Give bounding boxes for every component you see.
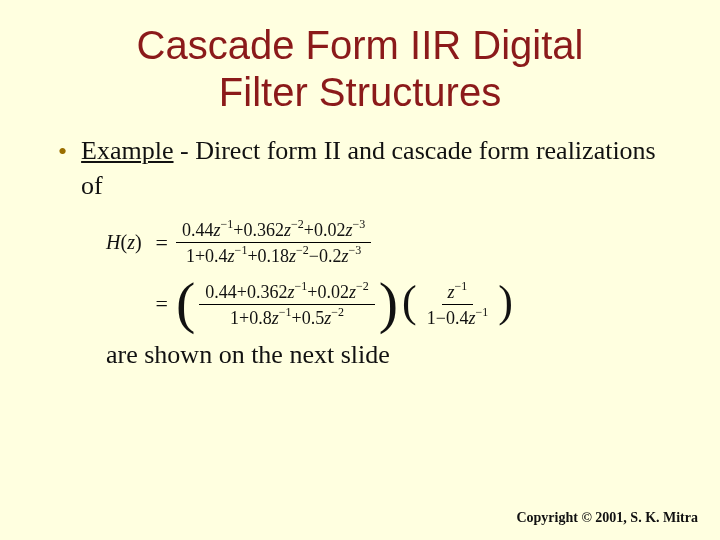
factor-1: 0.44+0.362z−1+0.02z−2 1+0.8z−1+0.5z−2 — [199, 279, 374, 331]
formula-line-2: H(z) = ( 0.44+0.362z−1+0.02z−2 1+0.8z−1+… — [106, 279, 662, 331]
slide-title: Cascade Form IIR Digital Filter Structur… — [60, 22, 660, 116]
lhs-hz: H(z) — [106, 231, 142, 254]
title-line-1: Cascade Form IIR Digital — [137, 23, 584, 67]
fraction-full: 0.44z−1+0.362z−2+0.02z−3 1+0.4z−1+0.18z−… — [176, 217, 371, 269]
lparen-1: ( — [176, 288, 195, 317]
factor-2-num: z−1 — [442, 279, 474, 305]
denominator-full: 1+0.4z−1+0.18z−2−0.2z−3 — [180, 243, 367, 268]
factor-1-den: 1+0.8z−1+0.5z−2 — [224, 305, 350, 330]
formula-line-1: H(z) = 0.44z−1+0.362z−2+0.02z−3 1+0.4z−1… — [106, 217, 662, 269]
bullet-dot-icon: • — [58, 136, 67, 167]
rparen-1: ) — [379, 288, 398, 317]
slide-body: • Example - Direct form II and cascade f… — [58, 134, 662, 370]
equals-1: = — [156, 230, 168, 256]
formula-block: H(z) = 0.44z−1+0.362z−2+0.02z−3 1+0.4z−1… — [106, 217, 662, 330]
factor-2-den: 1−0.4z−1 — [421, 305, 494, 330]
numerator-full: 0.44z−1+0.362z−2+0.02z−3 — [176, 217, 371, 243]
lparen-2: ( — [402, 291, 417, 313]
copyright-footer: Copyright © 2001, S. K. Mitra — [516, 510, 698, 526]
bullet-row: • Example - Direct form II and cascade f… — [58, 134, 662, 203]
bullet-text: Example - Direct form II and cascade for… — [81, 134, 662, 203]
closing-text: are shown on the next slide — [106, 340, 662, 370]
factor-1-num: 0.44+0.362z−1+0.02z−2 — [199, 279, 374, 305]
cascade-product: ( 0.44+0.362z−1+0.02z−2 1+0.8z−1+0.5z−2 … — [176, 279, 513, 331]
factor-2: z−1 1−0.4z−1 — [421, 279, 494, 331]
rparen-2: ) — [498, 291, 513, 313]
title-line-2: Filter Structures — [219, 70, 501, 114]
equals-2: = — [156, 291, 168, 317]
example-label: Example — [81, 136, 173, 165]
